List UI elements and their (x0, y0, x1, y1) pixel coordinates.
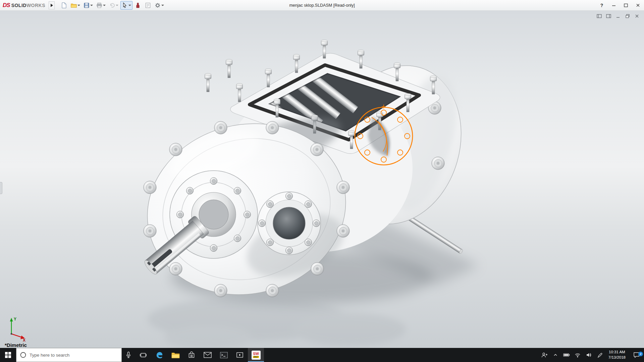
save-icon (84, 2, 90, 8)
pane-right-button[interactable] (605, 13, 612, 19)
people-button[interactable] (539, 352, 550, 358)
taskbar-app-command-prompt[interactable] (216, 348, 232, 362)
store-icon (188, 351, 195, 359)
action-center-button[interactable]: 2 (629, 352, 644, 358)
mail-icon (204, 352, 212, 358)
windows-logo-icon (5, 352, 11, 358)
doc-minimize-icon (615, 13, 621, 19)
pen-icon (597, 352, 603, 358)
wifi-icon (575, 352, 581, 358)
model-3d-scene[interactable] (0, 11, 644, 348)
options-button[interactable] (153, 1, 165, 10)
taskbar-app-solidworks[interactable]: SW 2017 (248, 348, 264, 362)
task-view-icon (140, 352, 147, 358)
undo-icon (109, 2, 115, 8)
minimize-button[interactable] (608, 0, 620, 10)
notification-badge: 2 (638, 352, 643, 356)
menu-flyout-button[interactable] (49, 1, 55, 9)
feature-manager-splitter[interactable] (0, 182, 2, 194)
quick-access-toolbar (59, 1, 165, 10)
cortana-icon (20, 352, 26, 358)
close-button[interactable] (632, 0, 644, 10)
y-axis-arrow (10, 318, 13, 321)
document-properties-button[interactable] (143, 1, 153, 10)
doc-restore-icon (625, 13, 630, 19)
close-icon (635, 3, 641, 8)
start-button[interactable] (0, 348, 16, 362)
command-prompt-icon (220, 352, 228, 358)
appearances-icon (135, 2, 141, 8)
volume-button[interactable] (583, 352, 594, 358)
search-input[interactable] (30, 353, 118, 358)
solidworks-app-icon: SW 2017 (252, 351, 261, 360)
pane-left-button[interactable] (596, 13, 603, 19)
chevron-up-icon (553, 353, 558, 357)
taskbar-app-file-explorer[interactable] (167, 348, 183, 362)
microphone-button[interactable] (122, 348, 135, 362)
system-tray: 10:31 AM 7/13/2018 2 (539, 348, 644, 362)
windows-taskbar: SW 2017 10:31 AM 7/13/2018 2 (0, 348, 644, 362)
dropdown-caret[interactable] (161, 5, 164, 6)
new-document-icon (61, 2, 67, 8)
taskbar-app-store[interactable] (183, 348, 200, 362)
bearing-flange[interactable] (258, 192, 321, 255)
doc-restore-button[interactable] (624, 13, 631, 19)
taskbar-clock[interactable]: 10:31 AM 7/13/2018 (605, 350, 629, 360)
app-title-bar: DS SOLIDWORKS (0, 0, 644, 11)
x-axis-label: X (23, 338, 25, 342)
dropdown-caret[interactable] (77, 5, 80, 6)
taskbar-app-media-player[interactable] (232, 348, 248, 362)
window-controls: ? (596, 0, 644, 10)
document-properties-icon (145, 2, 151, 8)
microphone-icon (126, 352, 131, 358)
network-button[interactable] (572, 352, 583, 358)
dropdown-caret[interactable] (128, 5, 131, 6)
pen-button[interactable] (594, 352, 605, 358)
orientation-triad: Y X (3, 316, 36, 342)
doc-close-icon (634, 13, 640, 19)
dropdown-caret[interactable] (103, 5, 106, 6)
ds-logo-mark: DS (3, 2, 10, 9)
tray-expand-button[interactable] (550, 353, 561, 357)
document-window-controls (596, 13, 641, 19)
help-button[interactable]: ? (596, 0, 608, 10)
save-button[interactable] (82, 1, 94, 10)
select-arrow-icon (122, 2, 128, 8)
undo-button[interactable] (108, 1, 120, 10)
triad-origin (11, 333, 12, 335)
options-gear-icon (155, 2, 161, 8)
people-icon (541, 352, 548, 358)
battery-icon (563, 352, 570, 358)
media-player-icon (236, 352, 244, 358)
appearances-button[interactable] (133, 1, 143, 10)
open-icon (71, 3, 77, 8)
dropdown-caret[interactable] (90, 5, 93, 6)
volume-icon (586, 352, 592, 358)
open-button[interactable] (69, 1, 82, 10)
pane-left-icon (596, 13, 602, 19)
maximize-icon (623, 3, 629, 8)
new-document-button[interactable] (59, 1, 69, 10)
graphics-area[interactable]: Y X *Dimetric (0, 11, 644, 348)
clock-date: 7/13/2018 (608, 355, 626, 360)
flyout-arrow-icon (51, 4, 53, 7)
taskbar-search[interactable] (16, 348, 122, 362)
file-explorer-icon (171, 352, 180, 359)
taskbar-app-edge[interactable] (151, 348, 167, 362)
dropdown-caret[interactable] (116, 5, 118, 6)
document-title: menjac sklop.SLDASM [Read-only] (289, 3, 355, 8)
battery-button[interactable] (561, 352, 572, 358)
minimize-icon (611, 3, 616, 8)
doc-minimize-button[interactable] (614, 13, 622, 19)
maximize-button[interactable] (620, 0, 632, 10)
task-view-button[interactable] (135, 348, 151, 362)
doc-close-button[interactable] (633, 13, 641, 19)
edge-icon (155, 351, 164, 359)
solidworks-logo: DS SOLIDWORKS (0, 2, 49, 9)
select-tool-button[interactable] (120, 1, 132, 10)
print-button[interactable] (95, 1, 107, 10)
taskbar-app-mail[interactable] (200, 348, 216, 362)
clock-time: 10:31 AM (608, 350, 626, 355)
pane-right-icon (606, 13, 612, 19)
print-icon (96, 2, 102, 8)
